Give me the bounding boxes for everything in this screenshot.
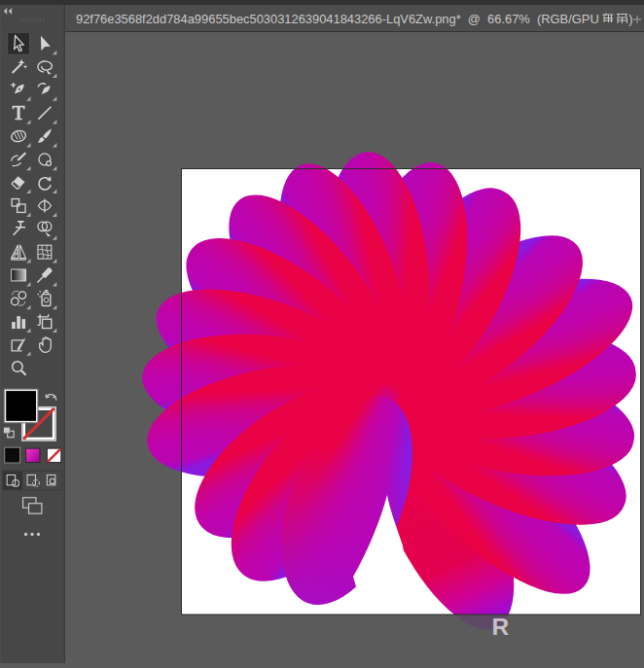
svg-text:R: R	[492, 614, 510, 640]
